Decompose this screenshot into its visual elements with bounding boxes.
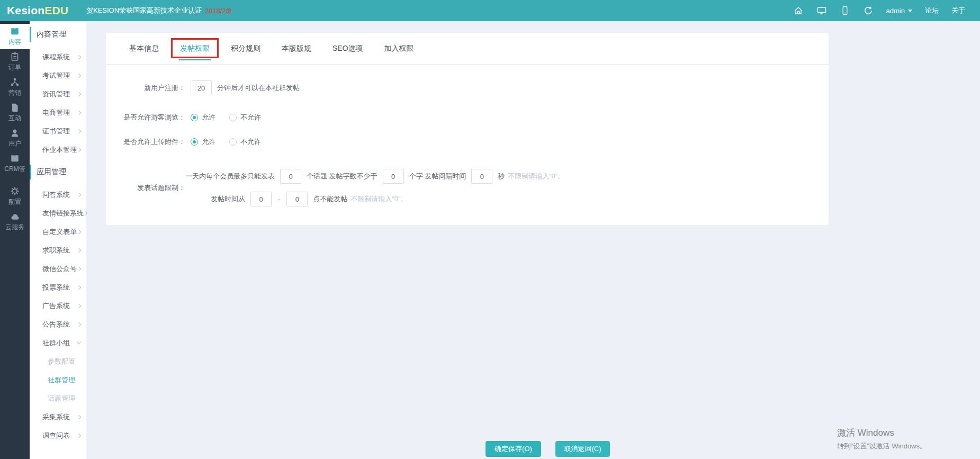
settings-card: 基本信息 发帖权限 积分规则 本版版规 SEO选项 加入权限 新用户注册： 分钟… <box>106 33 829 225</box>
sidebar-item-qa-system[interactable]: 问答系统 <box>30 185 86 204</box>
desktop-icon[interactable] <box>816 5 827 16</box>
radio-label: 允许 <box>202 113 215 122</box>
sidebar-item-custom-form[interactable]: 自定义表单 <box>30 222 86 241</box>
header-notice: 贺KESION荣获国家高新技术企业认证 <box>86 6 202 15</box>
upload-attach-allow-option[interactable]: 允许 <box>191 137 215 147</box>
rail-item-content[interactable]: 内容 <box>0 24 30 49</box>
share-icon <box>10 77 20 87</box>
new-user-label: 新用户注册： <box>106 83 185 93</box>
sidebar-item-wechat-account[interactable]: 微信公众号 <box>30 259 86 278</box>
tab-bar: 基本信息 发帖权限 积分规则 本版版规 SEO选项 加入权限 <box>106 33 829 65</box>
sidebar-item-vote-system[interactable]: 投票系统 <box>30 278 86 296</box>
tab-board-rules[interactable]: 本版版规 <box>281 44 312 53</box>
new-user-minutes-input[interactable] <box>191 80 212 95</box>
form-row-guest-browse: 是否允许游客浏览： 允许 不允许 <box>106 113 829 122</box>
primary-nav-rail: 内容 订单 营销 互动 用户 CRM管 配置 云服务 <box>0 21 30 459</box>
item-label: 课程系统 <box>42 52 70 62</box>
item-label: 投票系统 <box>42 283 70 292</box>
caret-down-icon <box>908 10 912 12</box>
top-header-bar: KesionEDU 贺KESION荣获国家高新技术企业认证 2018/2/8 a… <box>0 0 980 21</box>
gear-icon <box>10 186 20 196</box>
limit-text: 秒 <box>498 172 505 181</box>
item-label: 友情链接系统 <box>42 209 84 218</box>
sidebar-item-ecommerce-mgmt[interactable]: 电商管理 <box>30 103 86 122</box>
tab-points-rules[interactable]: 积分规则 <box>230 44 262 53</box>
rail-item-marketing[interactable]: 营销 <box>0 75 30 100</box>
header-notice-date: 2018/2/8 <box>205 7 232 15</box>
clipboard-icon <box>10 52 20 61</box>
mobile-icon[interactable] <box>840 5 850 16</box>
chevron-right-icon <box>77 229 81 233</box>
tab-label: 发帖权限 <box>180 44 210 52</box>
home-icon[interactable] <box>793 5 804 16</box>
sidebar-item-announcement-system[interactable]: 公告系统 <box>30 315 86 334</box>
sidebar-item-job-system[interactable]: 求职系统 <box>30 241 86 259</box>
book-icon <box>10 154 20 163</box>
limit-hint: 不限制请输入“0”。 <box>350 194 407 204</box>
rail-item-interaction[interactable]: 互动 <box>0 100 30 125</box>
sidebar-item-collect-system[interactable]: 采集系统 <box>30 408 86 426</box>
cancel-button[interactable]: 取消返回(C) <box>555 441 610 457</box>
chevron-right-icon <box>77 285 81 289</box>
radio-unchecked-icon <box>229 114 237 121</box>
forbid-time-to-input[interactable] <box>286 192 308 206</box>
item-label: 参数配置 <box>48 357 75 366</box>
forum-link[interactable]: 论坛 <box>925 6 939 15</box>
chevron-right-icon <box>77 55 81 59</box>
sidebar-section-content-mgmt[interactable]: 内容管理 <box>30 21 86 48</box>
limit-text: 一天内每个会员最多只能发表 <box>185 172 275 181</box>
user-icon <box>10 128 20 138</box>
sidebar-item-course-system[interactable]: 课程系统 <box>30 48 86 66</box>
min-words-input[interactable] <box>383 169 404 184</box>
rail-item-crm[interactable]: CRM管 <box>0 151 30 176</box>
tab-label: SEO选项 <box>332 44 363 52</box>
sidebar-item-ad-system[interactable]: 广告系统 <box>30 296 86 315</box>
refresh-icon[interactable] <box>863 5 874 16</box>
tab-join-permission[interactable]: 加入权限 <box>383 44 415 53</box>
sidebar-item-friendlink-system[interactable]: 友情链接系统 <box>30 204 86 222</box>
sidebar-item-survey[interactable]: 调查问卷 <box>30 426 86 445</box>
about-link[interactable]: 关于 <box>951 6 965 15</box>
document-icon <box>10 103 20 112</box>
rail-item-cloud[interactable]: 云服务 <box>0 209 30 235</box>
sidebar-subitem-param-config[interactable]: 参数配置 <box>30 352 86 371</box>
rail-item-users[interactable]: 用户 <box>0 125 30 151</box>
app-logo[interactable]: KesionEDU <box>0 4 86 17</box>
item-label: 作业本管理 <box>42 145 77 155</box>
guest-browse-deny-option[interactable]: 不允许 <box>229 113 261 122</box>
sidebar-subitem-topic-mgmt[interactable]: 话题管理 <box>30 389 86 408</box>
main-content-area: 基本信息 发帖权限 积分规则 本版版规 SEO选项 加入权限 新用户注册： 分钟… <box>86 21 980 459</box>
sidebar-item-homework-mgmt[interactable]: 作业本管理 <box>30 140 86 159</box>
user-menu[interactable]: admin <box>886 7 912 15</box>
tab-seo-options[interactable]: SEO选项 <box>331 44 364 53</box>
guest-browse-allow-option[interactable]: 允许 <box>191 113 215 122</box>
tab-post-permission[interactable]: 发帖权限 <box>179 44 211 53</box>
chevron-right-icon <box>77 248 81 252</box>
rail-item-settings[interactable]: 配置 <box>0 184 30 209</box>
sidebar-item-community-group[interactable]: 社群小组 <box>30 334 86 352</box>
chevron-right-icon <box>77 129 81 133</box>
chevron-right-icon <box>77 303 81 308</box>
form-row-upload-attach: 是否允许上传附件： 允许 不允许 <box>106 137 829 147</box>
rail-item-orders[interactable]: 订单 <box>0 49 30 75</box>
sidebar-subitem-community-mgmt[interactable]: 社群管理 <box>30 371 86 389</box>
upload-attach-label: 是否允许上传附件： <box>106 137 185 147</box>
sidebar-item-news-mgmt[interactable]: 资讯管理 <box>30 85 86 103</box>
tab-label: 积分规则 <box>231 44 260 52</box>
forbid-time-from-input[interactable] <box>250 192 272 206</box>
sidebar-item-cert-mgmt[interactable]: 证书管理 <box>30 122 86 140</box>
sidebar-section-app-mgmt[interactable]: 应用管理 <box>30 159 86 185</box>
watermark-line2: 转到“设置”以激活 Windows。 <box>837 442 927 451</box>
max-topics-per-day-input[interactable] <box>280 169 301 184</box>
sidebar-item-exam-mgmt[interactable]: 考试管理 <box>30 66 86 85</box>
save-button[interactable]: 确定保存(O) <box>485 441 541 457</box>
post-interval-input[interactable] <box>471 169 492 184</box>
radio-label: 不允许 <box>240 137 261 147</box>
tab-basic-info[interactable]: 基本信息 <box>128 44 160 53</box>
form-row-topic-limit: 发表话题限制： 一天内每个会员最多只能发表 个话题 发帖字数不少于 个字 发帖间… <box>106 169 829 206</box>
item-label: 话题管理 <box>48 394 75 403</box>
upload-attach-deny-option[interactable]: 不允许 <box>229 137 261 147</box>
new-user-suffix: 分钟后才可以在本社群发帖 <box>217 83 300 93</box>
topic-limit-line2: 发帖时间从 - 点不能发帖 不限制请输入“0”。 <box>211 192 564 206</box>
radio-label: 允许 <box>202 137 215 147</box>
